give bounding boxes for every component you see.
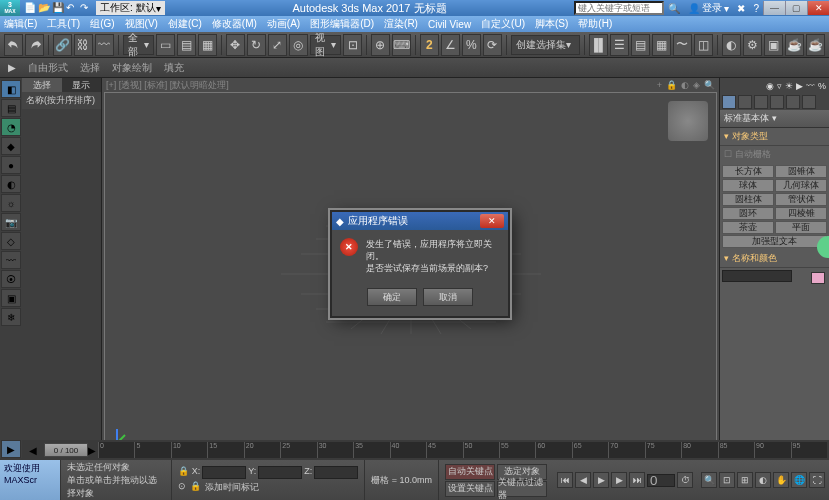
lt-geom-icon[interactable]: ● [1, 156, 21, 174]
hierarchy-tab[interactable] [754, 95, 768, 109]
vp-lock-icon[interactable]: 🔒 [666, 80, 677, 90]
pan-button[interactable]: ✋ [773, 472, 789, 488]
time-slider-thumb[interactable]: 0 / 100 [44, 443, 88, 457]
qat-save-icon[interactable]: 💾 [52, 2, 64, 14]
infocenter-icon[interactable]: 🔍 [664, 3, 684, 14]
cmd-shape-icon[interactable]: 〰 [806, 81, 815, 91]
torus-button[interactable]: 圆环 [722, 207, 774, 220]
percent-snap-button[interactable]: % [462, 34, 481, 56]
primitive-type-dropdown[interactable]: 标准基本体 ▾ [720, 110, 829, 128]
tube-button[interactable]: 管状体 [775, 193, 827, 206]
textplus-button[interactable]: 加强型文本 [722, 235, 827, 248]
explorer-tab-display[interactable]: 显示 [62, 78, 102, 92]
menu-animation[interactable]: 动画(A) [267, 17, 300, 31]
box-button[interactable]: 长方体 [722, 165, 774, 178]
x-coord-input[interactable] [202, 466, 246, 479]
move-button[interactable]: ✥ [226, 34, 245, 56]
select-by-name-button[interactable]: ▤ [177, 34, 196, 56]
object-name-input[interactable] [722, 270, 792, 282]
lt-spacewarp-icon[interactable]: 〰 [1, 251, 21, 269]
cmd-light-icon[interactable]: ☀ [785, 81, 793, 91]
redo-button[interactable] [25, 34, 44, 56]
object-color-swatch[interactable] [811, 272, 825, 284]
orbit-button[interactable]: 🌐 [791, 472, 807, 488]
vp-edged-icon[interactable]: ◈ [693, 80, 700, 90]
sign-in[interactable]: 👤 登录 ▾ [684, 1, 733, 15]
menu-grapheditors[interactable]: 图形编辑器(D) [310, 17, 374, 31]
qat-undo-icon[interactable]: ↶ [66, 2, 78, 14]
z-coord-input[interactable] [314, 466, 358, 479]
mirror-button[interactable]: ▐▌ [589, 34, 608, 56]
dialog-cancel-button[interactable]: 取消 [423, 288, 473, 306]
menu-rendering[interactable]: 渲染(R) [384, 17, 418, 31]
isolate-icon[interactable]: ⊙ [178, 481, 186, 494]
dialog-titlebar[interactable]: ◆ 应用程序错误 ✕ [332, 212, 508, 230]
create-tab[interactable] [722, 95, 736, 109]
selection-lock-icon[interactable]: 🔒 [190, 481, 201, 494]
y-coord-input[interactable] [258, 466, 302, 479]
select-region-button[interactable]: ▦ [198, 34, 217, 56]
zoom-all-button[interactable]: ⊡ [719, 472, 735, 488]
select-object-button[interactable]: ▭ [156, 34, 175, 56]
next-frame-button[interactable]: ▶ [611, 472, 627, 488]
lt-explorer-icon[interactable]: ◧ [1, 80, 21, 98]
schematic-view-button[interactable]: ◫ [694, 34, 713, 56]
cmd-help-icon[interactable]: % [818, 81, 826, 91]
render-production-button[interactable]: ☕ [785, 34, 804, 56]
align-button[interactable]: ☰ [610, 34, 629, 56]
sphere-button[interactable]: 球体 [722, 179, 774, 192]
render-iterative-button[interactable]: ☕ [806, 34, 825, 56]
ribbon-select[interactable]: 选择 [80, 61, 100, 75]
goto-start-button[interactable]: ⏮ [557, 472, 573, 488]
scale-button[interactable]: ⤢ [268, 34, 287, 56]
cmd-geom-icon[interactable]: ▶ [796, 81, 803, 91]
vp-search-icon[interactable]: 🔍 [704, 80, 715, 90]
lt-light-icon[interactable]: ☼ [1, 194, 21, 212]
play-button[interactable]: ▶ [593, 472, 609, 488]
teapot-button[interactable]: 茶壶 [722, 221, 774, 234]
modify-tab[interactable] [738, 95, 752, 109]
toggle-ribbon-button[interactable]: ▦ [652, 34, 671, 56]
menu-views[interactable]: 视图(V) [125, 17, 158, 31]
rotate-button[interactable]: ↻ [247, 34, 266, 56]
help-search-input[interactable] [574, 1, 664, 15]
rollout-namecolor[interactable]: ▾ 名称和颜色 [720, 250, 829, 268]
undo-button[interactable] [4, 34, 23, 56]
menu-help[interactable]: 帮助(H) [578, 17, 612, 31]
layers-button[interactable]: ▤ [631, 34, 650, 56]
vp-plus-icon[interactable]: + [657, 80, 662, 90]
lt-open-icon[interactable]: ◔ [1, 118, 21, 136]
lt-expand-icon[interactable]: ▶ [1, 440, 21, 458]
lt-shape-icon[interactable]: ◐ [1, 175, 21, 193]
display-tab[interactable] [786, 95, 800, 109]
rollout-objecttype[interactable]: ▾ 对象类型 [720, 128, 829, 146]
material-editor-button[interactable]: ◐ [722, 34, 741, 56]
lt-helper-icon[interactable]: ◇ [1, 232, 21, 250]
help-icon[interactable]: ? [749, 3, 763, 14]
setkey-button[interactable]: 设置关键点 [445, 481, 495, 497]
geosphere-button[interactable]: 几何球体 [775, 179, 827, 192]
explorer-tab-select[interactable]: 选择 [22, 78, 62, 92]
utilities-tab[interactable] [802, 95, 816, 109]
cone-button[interactable]: 圆锥体 [775, 165, 827, 178]
select-manipulate-button[interactable]: ⊕ [371, 34, 390, 56]
menu-group[interactable]: 组(G) [90, 17, 114, 31]
menu-script[interactable]: 脚本(S) [535, 17, 568, 31]
lt-frozen-icon[interactable]: ❄ [1, 308, 21, 326]
use-pivot-button[interactable]: ⊡ [343, 34, 362, 56]
autokey-button[interactable]: 自动关键点 [445, 464, 495, 480]
dialog-close-button[interactable]: ✕ [480, 214, 504, 228]
ribbon-populate[interactable]: 填充 [164, 61, 184, 75]
menu-tools[interactable]: 工具(T) [47, 17, 80, 31]
angle-snap-button[interactable]: ∠ [441, 34, 460, 56]
plane-button[interactable]: 平面 [775, 221, 827, 234]
explorer-column-header[interactable]: 名称(按升序排序) [22, 92, 101, 109]
viewcube[interactable] [668, 101, 708, 141]
motion-tab[interactable] [770, 95, 784, 109]
lt-container-icon[interactable]: ▣ [1, 289, 21, 307]
ribbon-freeform[interactable]: 自由形式 [28, 61, 68, 75]
time-ruler[interactable]: 0510152025303540455055606570758085909510… [98, 442, 827, 458]
cylinder-button[interactable]: 圆柱体 [722, 193, 774, 206]
refcoord-dropdown[interactable]: 视图 ▾ [310, 35, 341, 55]
exchange-icon[interactable]: ✖ [733, 3, 749, 14]
